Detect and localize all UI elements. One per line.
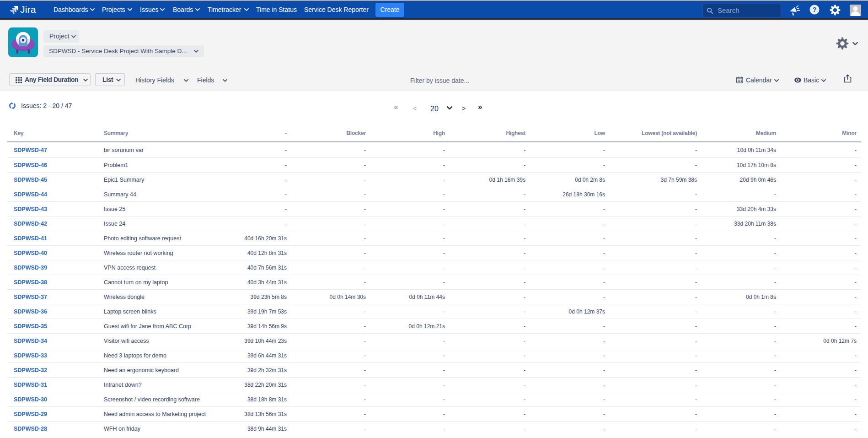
svg-text:?: ? — [813, 6, 817, 13]
